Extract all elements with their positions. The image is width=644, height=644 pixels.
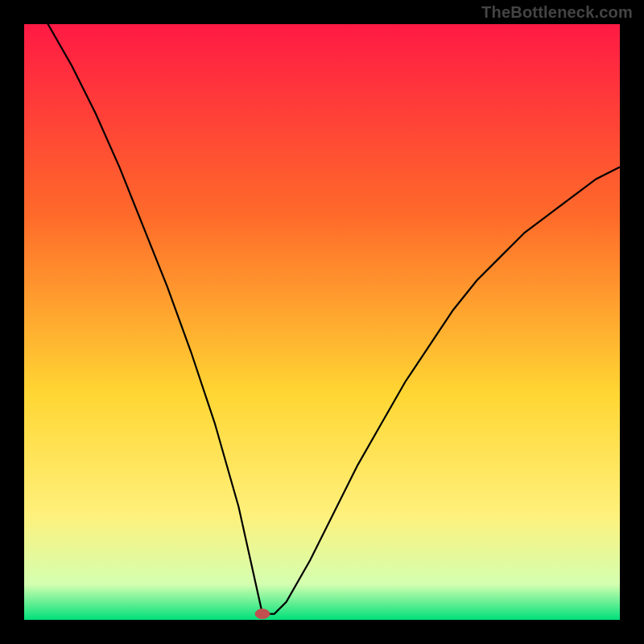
gradient-bg	[24, 24, 620, 620]
plot-area	[24, 24, 620, 620]
chart-frame: TheBottleneck.com	[0, 0, 644, 644]
plot-svg	[24, 24, 620, 620]
watermark-text: TheBottleneck.com	[481, 3, 633, 22]
minimum-marker	[255, 609, 270, 619]
